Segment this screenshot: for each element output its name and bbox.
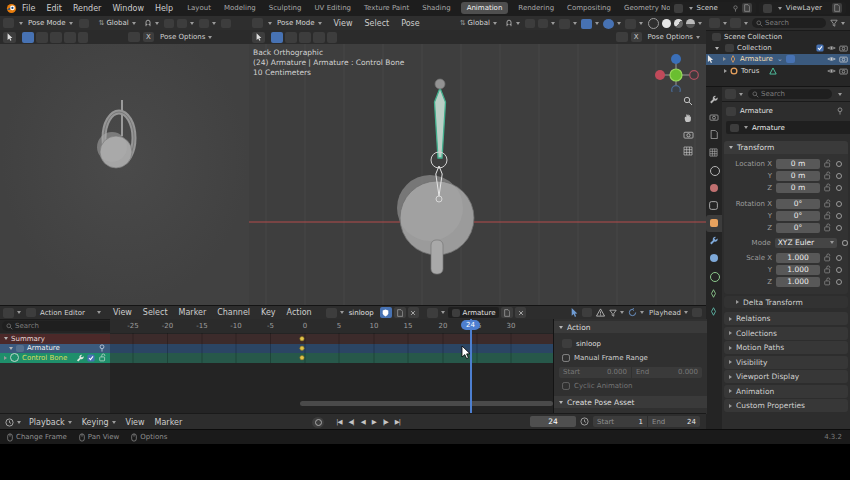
zoom-icon[interactable] <box>683 96 693 106</box>
frame-end-field[interactable]: End24 <box>648 416 700 427</box>
animate-dot[interactable] <box>836 255 842 261</box>
transform-panel-header[interactable]: Transform <box>724 141 848 154</box>
tab-layout[interactable]: Layout <box>187 4 211 12</box>
tab-tool-icon[interactable] <box>709 95 718 104</box>
camera-icon[interactable] <box>839 55 848 63</box>
menu-channel[interactable]: Channel <box>217 308 250 317</box>
next-keyframe-button[interactable]: |▶ <box>383 418 388 426</box>
shading-wireframe-button[interactable] <box>648 18 659 29</box>
cyclic-animation-row[interactable]: Cyclic Animation <box>562 381 633 391</box>
menu-view[interactable]: View <box>334 19 353 28</box>
relations-panel[interactable]: Relations <box>724 312 848 325</box>
viewport-main-canvas[interactable]: Back Orthographic (24) Armature | Armatu… <box>249 44 706 305</box>
animate-dot[interactable] <box>836 201 842 207</box>
tab-render-icon[interactable] <box>709 113 719 121</box>
tab-shading[interactable]: Shading <box>422 4 450 12</box>
loc-y-field[interactable]: 0 m <box>776 171 820 181</box>
play-reverse-button[interactable]: ◀ <box>361 418 365 426</box>
lock-icon[interactable] <box>824 183 831 192</box>
lock-icon[interactable] <box>824 211 831 220</box>
lock-icon[interactable] <box>824 223 831 232</box>
tab-world-icon[interactable] <box>710 184 718 192</box>
cursor-tool-button[interactable] <box>252 32 265 43</box>
camera-view-icon[interactable] <box>683 130 694 139</box>
pivot-icon[interactable] <box>177 19 187 28</box>
animate-dot[interactable] <box>842 240 848 246</box>
shading-rendered-button[interactable] <box>686 19 695 28</box>
mirror-axes-icon[interactable] <box>128 32 140 42</box>
eye-icon[interactable] <box>827 68 836 74</box>
lock-icon[interactable] <box>824 277 831 286</box>
cursor-tool-button[interactable] <box>3 32 16 43</box>
tab-data-icon[interactable] <box>709 307 718 316</box>
menu-select[interactable]: Select <box>143 308 168 317</box>
jump-to-end-button[interactable]: ▶| <box>395 418 400 426</box>
rot-z-field[interactable]: 0° <box>776 223 820 233</box>
filter-icon[interactable] <box>830 19 838 27</box>
fake-user-shield-button[interactable] <box>380 307 392 318</box>
channel-summary[interactable]: Summary <box>0 334 110 344</box>
tab-uv-editing[interactable]: UV Editing <box>315 4 352 12</box>
outliner-display-mode-icon[interactable] <box>709 18 720 28</box>
pin-icon[interactable] <box>732 5 739 12</box>
outliner-row-torus[interactable]: Torus <box>708 66 850 76</box>
lock-icon[interactable] <box>824 199 831 208</box>
orientation-dropdown[interactable]: ⇅Global <box>99 19 136 27</box>
new-viewlayer-button[interactable] <box>832 3 842 13</box>
tab-sculpting[interactable]: Sculpting <box>269 4 302 12</box>
scale-x-field[interactable]: 1.000 <box>776 253 820 263</box>
playback-menu[interactable]: Playback <box>29 418 72 427</box>
menu-marker[interactable]: Marker <box>179 308 207 317</box>
object-name-field[interactable]: Armature <box>726 121 850 134</box>
new-scene-button[interactable] <box>742 3 752 13</box>
menu-action[interactable]: Action <box>287 308 312 317</box>
animation-panel[interactable]: Animation <box>724 385 848 398</box>
select-mode-extra-button[interactable] <box>78 32 88 43</box>
new-action-button[interactable] <box>394 307 406 318</box>
menu-pose[interactable]: Pose <box>401 19 420 28</box>
rot-x-field[interactable]: 0° <box>776 199 820 209</box>
current-frame-field[interactable]: 24 <box>530 416 576 427</box>
timeline-editor-icon[interactable] <box>5 418 14 427</box>
auto-keying-record-button[interactable] <box>312 417 324 428</box>
viewport-small-canvas[interactable] <box>0 44 249 305</box>
modifier-wrench-icon[interactable] <box>76 354 84 362</box>
animate-dot[interactable] <box>836 161 842 167</box>
motion-paths-panel[interactable]: Motion Paths <box>724 341 848 354</box>
tab-compositing[interactable]: Compositing <box>567 4 611 12</box>
action-browse-icon[interactable] <box>326 308 337 318</box>
pivot-icon[interactable] <box>538 19 548 28</box>
filter-icon[interactable] <box>609 309 617 317</box>
prev-keyframe-button[interactable]: ◀| <box>348 418 353 426</box>
action-datablock-row[interactable]: sinloop <box>562 338 601 349</box>
playhead-line[interactable] <box>470 319 472 414</box>
object-datablock-field[interactable]: Armature <box>448 307 500 318</box>
select-mode-tweak-button[interactable] <box>271 32 283 43</box>
proportional-edit-icon[interactable] <box>525 19 535 28</box>
overlay-extra-icon[interactable] <box>625 19 636 29</box>
select-mode-extra-button[interactable] <box>327 32 337 43</box>
tab-collection-icon[interactable] <box>709 201 718 210</box>
menu-key[interactable]: Key <box>261 308 276 317</box>
lock-icon[interactable] <box>824 253 831 262</box>
proportional-edit-icon[interactable] <box>692 308 702 317</box>
action-panel-header[interactable]: Action <box>554 321 707 333</box>
select-mode-lasso-button[interactable] <box>313 32 325 43</box>
pin-icon[interactable] <box>98 344 106 352</box>
auto-snap-icon[interactable] <box>628 308 637 317</box>
select-mode-tweak-button[interactable] <box>22 32 34 43</box>
shading-material-button[interactable] <box>674 19 683 28</box>
rot-y-field[interactable]: 0° <box>776 211 820 221</box>
mirror-x-button[interactable]: X <box>631 32 642 42</box>
unlink-object-button[interactable] <box>515 307 526 318</box>
channel-control-bone[interactable]: Control Bone <box>0 353 110 363</box>
menu-select[interactable]: Select <box>365 19 390 28</box>
outliner-new-collection-icon[interactable] <box>730 18 741 28</box>
ortho-grid-icon[interactable] <box>683 146 693 156</box>
action-name[interactable]: sinloop <box>349 309 374 317</box>
orientation-dropdown[interactable]: ⇅Global <box>460 19 497 27</box>
tab-scene-icon[interactable] <box>710 166 720 176</box>
select-mode-circle-button[interactable] <box>299 32 311 43</box>
collections-panel[interactable]: Collections <box>724 327 848 340</box>
lock-icon[interactable] <box>99 353 106 362</box>
